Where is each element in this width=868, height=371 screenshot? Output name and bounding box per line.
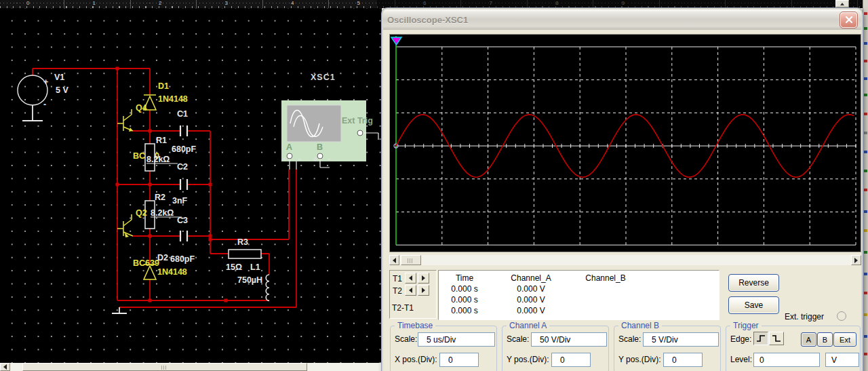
timebase-xpos-input[interactable] — [439, 353, 479, 367]
c1-value: 680pF — [172, 144, 196, 154]
term-b-minus: - — [328, 155, 330, 164]
ruler-number: 0 — [26, 0, 29, 7]
t1-cursor-handle[interactable] — [391, 37, 401, 45]
t1-time: 0.000 s — [439, 284, 490, 294]
schematic-workspace[interactable]: + - V1 5 V D1 1N4148 Q4 BC640 C1 680pF R… — [0, 8, 382, 363]
scope-horizontal-scrollbar[interactable] — [389, 255, 861, 265]
t2-chan-a: 0.000 V — [490, 294, 572, 305]
measurement-table: Time Channel_A Channel_B 0.000 s 0.000 V… — [438, 270, 719, 320]
scrollbar-thumb[interactable] — [22, 363, 307, 371]
timebase-scale-input[interactable] — [418, 332, 495, 347]
timebase-scale-label: Scale: — [395, 334, 417, 344]
t2-label: T2 — [393, 286, 402, 296]
channel-a-scale-label: Scale: — [507, 334, 529, 344]
trigger-title: Trigger — [730, 321, 762, 330]
xsc1-label: XSC1 — [311, 73, 336, 82]
table-row: 0.000 s 0.000 V — [439, 305, 719, 316]
capacitor-c3[interactable]: C3 680pF — [170, 216, 195, 264]
v1-plus: + — [43, 77, 48, 87]
left-arrow-icon — [1, 364, 7, 370]
ruler-number: 4 — [291, 0, 294, 7]
r2-ref: R2 — [155, 193, 165, 202]
t2-left-button[interactable] — [405, 285, 416, 296]
ruler-number: 5 — [357, 0, 360, 7]
q2-ref: Q2 — [136, 208, 147, 218]
c2-value: 3nF — [172, 196, 188, 206]
t1-right-button[interactable] — [418, 273, 429, 284]
c1-ref: C1 — [177, 109, 188, 119]
close-icon — [845, 16, 853, 24]
d1-value: 1N4148 — [158, 94, 188, 104]
channel-a-title: Channel A — [507, 321, 549, 330]
circuit-schematic: + - V1 5 V D1 1N4148 Q4 BC640 C1 680pF R… — [0, 8, 382, 363]
t2-t1-label: T2-T1 — [392, 303, 414, 313]
scope-scroll-left-button[interactable] — [389, 255, 399, 265]
right-arrow-icon — [422, 275, 428, 281]
terminal-a-label: A — [286, 142, 292, 152]
channel-a-ypos-input[interactable] — [551, 353, 591, 367]
window-titlebar[interactable]: Oscilloscope-XSC1 — [383, 9, 861, 30]
table-row: 0.000 s 0.000 V — [439, 294, 719, 305]
term-b-plus: + — [313, 155, 317, 164]
delta-time: 0.000 s — [439, 305, 490, 316]
c3-value: 680pF — [170, 254, 195, 264]
channel-a-scale-input[interactable] — [531, 332, 607, 347]
up-arrow-icon — [840, 1, 844, 5]
scope-scrollbar-thumb[interactable] — [401, 255, 421, 265]
left-arrow-icon — [406, 288, 412, 293]
voltage-source-v1[interactable]: + - V1 5 V — [18, 73, 68, 121]
capacitor-c1[interactable]: C1 680pF — [172, 109, 196, 154]
c2-ref: C2 — [177, 162, 188, 172]
ground-symbol[interactable] — [112, 307, 127, 313]
component-toolbar-strip[interactable] — [863, 0, 868, 371]
t1-chan-b — [572, 284, 639, 294]
scope-display — [389, 34, 861, 252]
trigger-level-input[interactable] — [753, 353, 820, 367]
ruler-shadow-overlay — [377, 0, 863, 8]
d2-ref: D2 — [157, 253, 168, 262]
delta-chan-a: 0.000 V — [490, 305, 572, 316]
trigger-edge-label: Edge: — [730, 334, 751, 344]
inductor-l1[interactable]: L1 750µH — [237, 262, 269, 300]
trigger-level-unit-input[interactable] — [825, 353, 859, 367]
scope-scroll-right-button[interactable] — [851, 255, 861, 265]
workspace-horizontal-scrollbar[interactable] — [0, 363, 382, 371]
col-time: Time — [439, 273, 490, 284]
ruler-number: 3 — [225, 0, 228, 7]
delta-chan-b — [572, 305, 639, 316]
channel-b-ypos-input[interactable] — [663, 353, 703, 367]
toolbar-icons — [864, 12, 867, 15]
terminal-b-label: B — [317, 142, 323, 152]
r3-ref: R3 — [237, 237, 248, 247]
channel-b-scale-label: Scale: — [618, 334, 641, 344]
ext-trig-label: Ext Trig — [342, 116, 373, 125]
r1-ref: R1 — [156, 136, 167, 145]
channel-b-scale-input[interactable] — [643, 332, 719, 347]
right-arrow-icon — [854, 258, 861, 263]
close-button[interactable] — [840, 12, 857, 28]
left-arrow-icon — [406, 275, 412, 281]
ext-trigger-terminal[interactable] — [837, 311, 846, 321]
falling-edge-button[interactable] — [769, 332, 784, 345]
workspace-scroll-up-button[interactable] — [835, 0, 849, 7]
channel-a-group: Channel A Scale: Y pos.(Div): — [502, 326, 609, 371]
trigger-source-b-button[interactable]: B — [817, 332, 833, 347]
trigger-source-a-button[interactable]: A — [801, 332, 816, 347]
horizontal-ruler: 0 1 2 3 4 5 6 7 8 9 — [0, 0, 863, 8]
t2-time: 0.000 s — [439, 294, 490, 305]
t2-right-button[interactable] — [418, 285, 429, 296]
save-button[interactable]: Save — [728, 296, 779, 314]
capacitor-c2[interactable]: C2 3nF — [172, 162, 188, 206]
t1-left-button[interactable] — [405, 273, 416, 284]
oscilloscope-instrument-icon[interactable]: XSC1 Ext Trig A B + - + - — [281, 73, 378, 170]
channel-b-ypos-label: Y pos.(Div): — [618, 355, 660, 364]
scroll-left-button[interactable] — [0, 363, 10, 371]
trigger-source-ext-button[interactable]: Ext — [833, 332, 856, 347]
channel-a-ypos-label: Y pos.(Div): — [507, 355, 549, 364]
d1-ref: D1 — [158, 81, 169, 91]
rising-edge-button[interactable] — [753, 332, 768, 345]
t2-chan-b — [572, 294, 639, 305]
window-title: Oscilloscope-XSC1 — [387, 15, 840, 25]
reverse-button[interactable]: Reverse — [728, 274, 779, 292]
r2-value: 8.2kΩ — [151, 208, 174, 218]
